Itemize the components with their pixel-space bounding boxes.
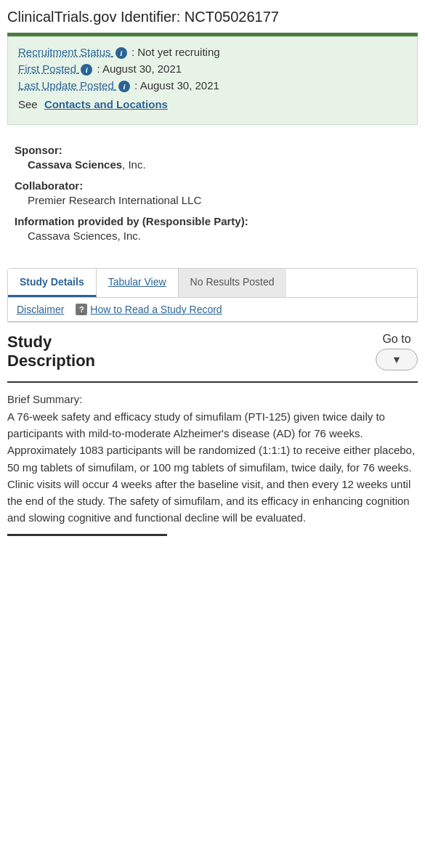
- last-update-link[interactable]: Last Update Posted: [18, 79, 117, 92]
- recruitment-status-label: Recruitment Status: [18, 46, 111, 58]
- collaborator-value: Premier Research International LLC: [15, 194, 410, 206]
- identifier-label: ClinicalTrials.gov Identifier:: [7, 9, 180, 25]
- recruitment-colon: :: [131, 46, 137, 58]
- info-provider-value: Cassava Sciences, Inc.: [15, 230, 410, 242]
- see-prefix: See: [18, 98, 38, 110]
- first-posted-link[interactable]: First Posted: [18, 62, 79, 75]
- question-icon: ?: [76, 304, 87, 315]
- contacts-locations-link[interactable]: Contacts and Locations: [44, 98, 168, 110]
- first-posted-colon: :: [97, 62, 102, 75]
- recruitment-info-icon[interactable]: i: [116, 47, 127, 59]
- info-provider-label: Information provided by (Responsible Par…: [15, 215, 410, 227]
- page-container: ClinicalTrials.gov Identifier: NCT050261…: [0, 0, 425, 552]
- tab-tabular-view[interactable]: Tabular View: [97, 269, 179, 297]
- last-update-label: Last Update Posted: [18, 79, 114, 92]
- contacts-line: See Contacts and Locations: [18, 98, 407, 110]
- tab-no-results-posted[interactable]: No Results Posted: [179, 269, 286, 297]
- sponsor-value: Cassava Sciences, Inc.: [15, 158, 410, 171]
- sponsor-label: Sponsor:: [15, 144, 410, 156]
- text-underline-decoration: [7, 534, 167, 536]
- contacts-link-text: Contacts and Locations: [44, 98, 168, 110]
- disclaimer-link[interactable]: Disclaimer: [17, 304, 64, 315]
- brief-summary-label: Brief Summary:: [7, 393, 418, 405]
- sponsor-section: Sponsor: Cassava Sciences, Inc. Collabor…: [7, 139, 418, 253]
- last-update-value: August 30, 2021: [140, 79, 219, 92]
- identifier-value: NCT05026177: [185, 9, 279, 25]
- go-to-chevron-icon: ▼: [392, 354, 402, 365]
- how-to-read-link[interactable]: ? How to Read a Study Record: [76, 304, 222, 315]
- sponsor-name-bold: Cassava Sciences: [28, 158, 122, 171]
- go-to-label: Go to: [382, 333, 410, 346]
- page-identifier: ClinicalTrials.gov Identifier: NCT050261…: [7, 9, 418, 25]
- collaborator-label: Collaborator:: [15, 179, 410, 192]
- tabs-row: Study Details Tabular View No Results Po…: [8, 269, 417, 298]
- first-posted-info-icon[interactable]: i: [81, 64, 92, 76]
- status-box: Recruitment Status i : Not yet recruitin…: [7, 36, 418, 125]
- recruitment-status-link[interactable]: Recruitment Status: [18, 46, 114, 58]
- first-posted-value: August 30, 2021: [102, 62, 182, 75]
- study-description-section: Study Description Go to ▼ Brief Summary:…: [7, 323, 418, 543]
- sponsor-name-rest: , Inc.: [122, 158, 146, 171]
- recruitment-status-line: Recruitment Status i : Not yet recruitin…: [18, 46, 407, 59]
- tab-tabular-view-label: Tabular View: [108, 276, 166, 288]
- how-to-read-label: How to Read a Study Record: [90, 304, 222, 315]
- last-update-line: Last Update Posted i : August 30, 2021: [18, 79, 407, 92]
- first-posted-line: First Posted i : August 30, 2021: [18, 62, 407, 76]
- recruitment-status-value: Not yet recruiting: [137, 46, 219, 58]
- tabs-section: Study Details Tabular View No Results Po…: [7, 268, 418, 322]
- go-to-section: Go to ▼: [376, 333, 418, 370]
- last-update-info-icon[interactable]: i: [118, 81, 130, 92]
- last-update-colon: :: [134, 79, 140, 92]
- study-title-line1: Study: [7, 333, 95, 352]
- tab-no-results-label: No Results Posted: [190, 276, 275, 288]
- study-title-line2: Description: [7, 352, 95, 370]
- disclaimer-label: Disclaimer: [17, 304, 64, 315]
- first-posted-label: First Posted: [18, 62, 76, 75]
- go-to-button[interactable]: ▼: [376, 349, 418, 370]
- tab-study-details[interactable]: Study Details: [8, 269, 97, 297]
- tab-study-details-label: Study Details: [20, 276, 84, 288]
- study-desc-divider: [7, 381, 418, 383]
- study-description-header: Study Description Go to ▼: [7, 333, 418, 371]
- brief-summary-text: A 76-week safety and efficacy study of s…: [7, 408, 418, 527]
- study-description-title: Study Description: [7, 333, 95, 371]
- sub-tabs-row: Disclaimer ? How to Read a Study Record: [8, 298, 417, 321]
